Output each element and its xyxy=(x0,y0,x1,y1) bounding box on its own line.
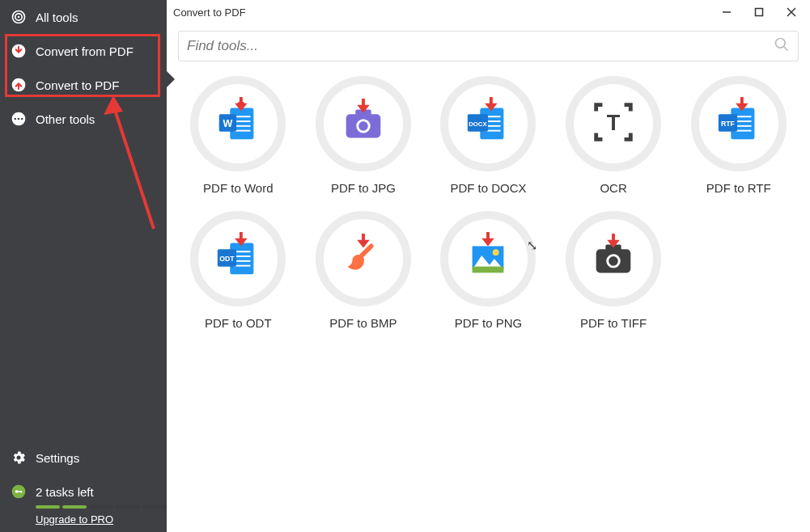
tool-pdf-to-bmp[interactable]: PDF to BMP xyxy=(303,211,424,330)
camera-dark-icon xyxy=(588,232,638,285)
search-input[interactable] xyxy=(187,38,774,54)
sidebar-item-convert-from-pdf[interactable]: Convert from PDF xyxy=(0,34,167,68)
odt-doc-icon: ODT xyxy=(213,232,263,285)
sidebar-item-label: Convert to PDF xyxy=(36,78,119,92)
ocr-scan-icon: T xyxy=(588,97,638,150)
search-box[interactable] xyxy=(178,31,799,61)
close-button[interactable] xyxy=(779,2,804,22)
tasks-left-label: 2 tasks left xyxy=(36,485,94,499)
svg-rect-68 xyxy=(473,267,504,273)
svg-point-6 xyxy=(15,118,17,120)
sidebar-active-pointer-icon xyxy=(167,71,175,87)
tasks-progress-bar xyxy=(36,505,167,509)
tools-grid: W PDF to Word PDF to JPG xyxy=(167,65,810,341)
maximize-button[interactable] xyxy=(747,2,771,22)
svg-point-8 xyxy=(21,118,23,120)
sidebar-item-label: Other tools xyxy=(36,112,95,126)
svg-point-33 xyxy=(358,121,368,131)
svg-text:W: W xyxy=(223,118,233,129)
tool-pdf-to-jpg[interactable]: PDF to JPG xyxy=(303,76,424,195)
arrow-up-circle-icon xyxy=(10,76,28,94)
svg-rect-12 xyxy=(21,491,23,493)
minimize-button[interactable] xyxy=(715,2,739,22)
word-doc-icon: W xyxy=(213,97,263,150)
sidebar-item-convert-to-pdf[interactable]: Convert to PDF xyxy=(0,68,167,102)
tool-pdf-to-word[interactable]: W PDF to Word xyxy=(178,76,299,195)
svg-text:ODT: ODT xyxy=(220,255,235,263)
rtf-doc-icon: RTF xyxy=(714,97,764,150)
tool-ocr[interactable]: T OCR xyxy=(553,76,674,195)
svg-rect-16 xyxy=(756,9,763,16)
tool-label: PDF to PNG xyxy=(455,316,522,330)
sidebar-item-label: Settings xyxy=(36,451,79,465)
svg-text:T: T xyxy=(607,110,621,135)
sidebar-item-tasks[interactable]: 2 tasks left xyxy=(0,475,167,502)
tool-label: OCR xyxy=(600,181,626,195)
svg-point-19 xyxy=(776,39,786,49)
svg-text:DOCX: DOCX xyxy=(469,120,488,128)
tool-label: PDF to BMP xyxy=(329,316,397,330)
svg-line-20 xyxy=(784,47,788,51)
tool-pdf-to-odt[interactable]: ODT PDF to ODT xyxy=(178,211,299,330)
tool-label: PDF to Word xyxy=(203,181,273,195)
tool-label: PDF to ODT xyxy=(205,316,272,330)
sidebar: All tools Convert from PDF Convert to PD… xyxy=(0,0,167,532)
svg-point-69 xyxy=(493,249,499,255)
svg-marker-71 xyxy=(482,239,495,247)
tool-pdf-to-tiff[interactable]: PDF to TIFF xyxy=(553,211,674,330)
target-icon xyxy=(10,8,28,26)
sidebar-item-settings[interactable]: Settings xyxy=(0,441,167,475)
image-png-icon xyxy=(463,232,513,285)
camera-purple-icon xyxy=(338,97,388,150)
svg-point-7 xyxy=(18,118,20,120)
tool-label: PDF to JPG xyxy=(331,181,396,195)
main-panel: Convert to PDF W xyxy=(167,0,810,532)
tool-pdf-to-docx[interactable]: DOCX PDF to DOCX xyxy=(428,76,549,195)
gear-icon xyxy=(10,449,28,467)
svg-point-75 xyxy=(609,256,618,266)
sidebar-item-all-tools[interactable]: All tools xyxy=(0,0,167,34)
tool-label: PDF to TIFF xyxy=(580,316,647,330)
key-icon xyxy=(10,483,28,500)
more-horizontal-icon xyxy=(10,110,28,128)
sidebar-item-label: Convert from PDF xyxy=(36,44,134,58)
docx-doc-icon: DOCX xyxy=(463,97,513,150)
search-icon xyxy=(774,36,790,56)
arrow-down-circle-icon xyxy=(10,42,28,60)
page-title: Convert to PDF xyxy=(173,6,246,19)
svg-text:RTF: RTF xyxy=(721,120,735,128)
tool-pdf-to-png[interactable]: PDF to PNG xyxy=(428,211,549,330)
tool-label: PDF to DOCX xyxy=(450,181,526,195)
svg-point-10 xyxy=(15,490,19,493)
upgrade-link[interactable]: Upgrade to PRO xyxy=(36,513,167,526)
tool-label: PDF to RTF xyxy=(706,181,771,195)
brush-icon xyxy=(338,232,388,285)
sidebar-item-other-tools[interactable]: Other tools xyxy=(0,102,167,136)
sidebar-item-label: All tools xyxy=(36,11,78,24)
svg-point-2 xyxy=(18,16,20,19)
titlebar: Convert to PDF xyxy=(167,0,810,24)
tool-pdf-to-rtf[interactable]: RTF PDF to RTF xyxy=(678,76,799,195)
